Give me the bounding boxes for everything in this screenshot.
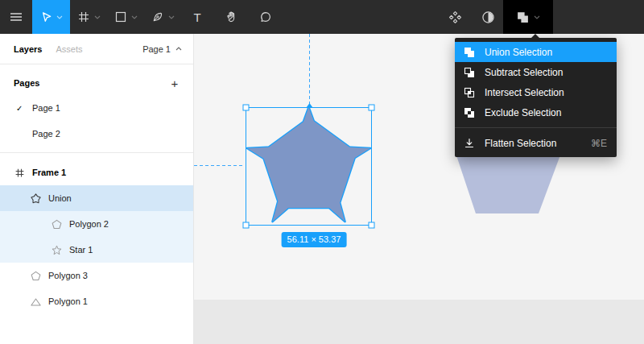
flatten-icon [463, 137, 476, 150]
union-shape[interactable] [247, 107, 370, 222]
selection-handle-bottom-left[interactable] [243, 222, 249, 228]
layer-label: Frame 1 [32, 168, 66, 177]
canvas[interactable]: 56.11 × 53.37 Union Selection Subtract S… [194, 34, 644, 344]
text-tool-button[interactable]: T [181, 0, 213, 34]
intersect-boolean-icon [463, 86, 476, 99]
menu-caret [531, 34, 539, 38]
main-menu-button[interactable] [0, 0, 32, 34]
selection-handle-bottom-right[interactable] [369, 222, 374, 228]
hand-tool-button[interactable] [213, 0, 248, 34]
union-shape-icon [31, 193, 41, 204]
hand-icon [225, 10, 237, 23]
menu-item-label: Intersect Selection [485, 87, 564, 98]
mask-tool-button[interactable] [473, 0, 503, 34]
rectangle-icon [114, 10, 127, 23]
component-icon [448, 10, 462, 24]
pentagon-icon [52, 219, 62, 230]
union-boolean-icon [463, 46, 476, 59]
polygon-shape-light[interactable] [456, 153, 561, 213]
pen-icon [151, 10, 164, 23]
hamburger-icon [9, 10, 23, 23]
pages-section-title: Pages [14, 78, 39, 88]
menu-item-shortcut: ⌘E [591, 138, 607, 149]
layer-label: Star 1 [69, 245, 93, 255]
shape-tool-button[interactable] [107, 0, 144, 34]
star-icon [52, 245, 62, 255]
triangle-icon [31, 296, 41, 307]
chevron-down-icon [94, 15, 101, 19]
page-label: Page 2 [32, 129, 60, 139]
move-tool-button[interactable] [32, 0, 70, 34]
add-page-button[interactable]: + [167, 77, 182, 90]
layer-label: Polygon 1 [48, 296, 88, 306]
component-tool-button[interactable] [437, 0, 473, 34]
page-selector-label: Page 1 [142, 44, 171, 54]
tab-layers[interactable]: Layers [14, 44, 42, 54]
pen-tool-button[interactable] [144, 0, 181, 34]
menu-item-union-selection[interactable]: Union Selection [455, 42, 617, 62]
chevron-down-icon [131, 15, 138, 19]
selection-handle-top-right[interactable] [369, 105, 374, 110]
chevron-up-icon [175, 47, 182, 51]
move-cursor-icon [39, 10, 52, 23]
check-icon: ✓ [16, 104, 27, 113]
comment-bubble-icon [259, 10, 272, 23]
mask-icon [481, 10, 495, 24]
text-tool-icon: T [193, 10, 200, 24]
frame-icon [77, 10, 90, 23]
layer-row-polygon-1[interactable]: Polygon 1 [0, 288, 193, 314]
layer-label: Polygon 2 [69, 219, 109, 229]
layer-label: Union [48, 193, 72, 203]
sidebar-header: Layers Assets Page 1 [0, 34, 193, 64]
page-row-page-2[interactable]: Page 2 [0, 121, 193, 147]
menu-item-label: Subtract Selection [485, 67, 563, 78]
layer-row-polygon-3[interactable]: Polygon 3 [0, 263, 193, 288]
boolean-ops-button[interactable] [503, 0, 553, 34]
chevron-down-icon [56, 15, 63, 19]
layer-label: Polygon 3 [48, 271, 88, 280]
page-label: Page 1 [32, 103, 60, 113]
exclude-boolean-icon [463, 106, 476, 119]
menu-item-label: Flatten Selection [485, 138, 556, 149]
boolean-ops-menu: Union Selection Subtract Selection Inter… [455, 38, 617, 157]
layer-row-union[interactable]: Union [0, 185, 193, 211]
frame-icon [14, 168, 25, 178]
toolbar: T [0, 0, 644, 34]
pentagon-icon [31, 271, 41, 281]
dimension-badge: 56.11 × 53.37 [282, 232, 347, 247]
frame-tool-button[interactable] [70, 0, 107, 34]
menu-item-label: Union Selection [485, 47, 552, 58]
menu-item-intersect-selection[interactable]: Intersect Selection [455, 82, 617, 102]
chevron-down-icon [534, 15, 540, 19]
menu-item-flatten-selection[interactable]: Flatten Selection ⌘E [455, 133, 617, 153]
left-sidebar: Layers Assets Page 1 Pages + ✓ Page 1 Pa… [0, 34, 194, 344]
comment-tool-button[interactable] [248, 0, 283, 34]
guide-arrow [307, 103, 313, 108]
page-row-page-1[interactable]: ✓ Page 1 [0, 95, 193, 121]
page-selector[interactable]: Page 1 [142, 44, 182, 54]
menu-item-subtract-selection[interactable]: Subtract Selection [455, 62, 617, 82]
union-boolean-icon [516, 10, 530, 24]
menu-separator [455, 127, 617, 128]
menu-item-label: Exclude Selection [485, 107, 561, 118]
tab-assets[interactable]: Assets [56, 44, 82, 54]
selection-handle-top-left[interactable] [243, 105, 249, 110]
menu-item-exclude-selection[interactable]: Exclude Selection [455, 102, 617, 122]
layer-row-star-1[interactable]: Star 1 [0, 237, 193, 263]
layer-row-polygon-2[interactable]: Polygon 2 [0, 211, 193, 237]
subtract-boolean-icon [463, 66, 476, 79]
layers-panel: Frame 1 Union Polygon 2 Star 1 Polygon 3 [0, 153, 193, 314]
layer-row-frame-1[interactable]: Frame 1 [0, 160, 193, 185]
chevron-down-icon [168, 15, 175, 19]
pages-section: Pages + ✓ Page 1 Page 2 [0, 71, 193, 153]
